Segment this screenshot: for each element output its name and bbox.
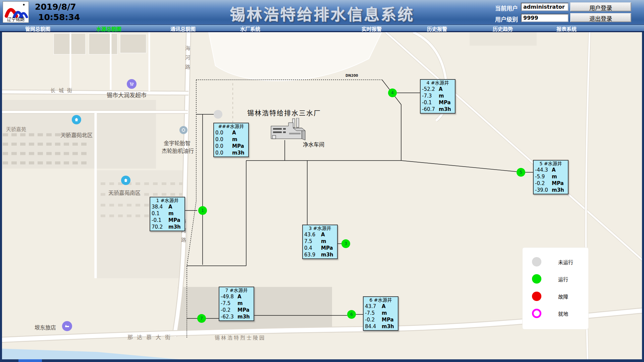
well-title: 7 #水源井 [221, 288, 252, 293]
status-legend: 未运行 运行 故障 就地 [522, 247, 589, 329]
well-level: 0.1 [152, 210, 168, 217]
well-box-5: 5 #水源井 -44.3A -5.9m -0.2MPa -39.0m3h [533, 160, 569, 194]
legend-fault-icon [532, 292, 541, 301]
well-pressure: -0.2 [365, 316, 382, 323]
well-title: 3 #水源井 [304, 226, 336, 231]
poi-tianjiao-label: 天骄嘉苑 [6, 125, 26, 132]
unit-meter: m [552, 173, 557, 180]
shopping-cart-icon [127, 79, 137, 89]
well-flow: 70.2 [152, 224, 168, 230]
well-status-circle-4[interactable]: 4 [388, 88, 397, 97]
tab-water-source-overview[interactable]: 水源总貌图 [96, 25, 121, 32]
unit-mpa: MPa [439, 99, 451, 106]
poi-tianjiao-north-label: 天骄嘉苑北区 [60, 131, 93, 139]
unit-mpa: MPa [232, 143, 244, 149]
unit-m3h: m3h [237, 313, 250, 320]
user-level-field[interactable] [521, 14, 569, 22]
tab-history-trend[interactable]: 历史趋势 [493, 25, 513, 32]
window-border-right [642, 32, 644, 362]
unit-ampere: A [382, 303, 386, 310]
poi-hotel-label: 垠东旅店 [35, 323, 56, 331]
well-title: 1 #水源井 [152, 198, 183, 203]
well-pressure: -0.2 [221, 307, 237, 313]
well-pressure: -0.1 [152, 217, 168, 224]
well-status-circle-3[interactable]: 3 [341, 239, 350, 248]
unit-meter: m [321, 238, 326, 245]
unit-m3h: m3h [321, 251, 333, 258]
unit-ampere: A [168, 203, 172, 210]
legend-running-icon [532, 274, 541, 284]
unit-mpa: MPa [168, 217, 180, 224]
tab-water-plant-system[interactable]: 水厂系统 [240, 25, 260, 32]
unit-mpa: MPa [237, 307, 250, 313]
legend-fault-label: 故障 [558, 293, 568, 300]
tab-history-alarm[interactable]: 历史报警 [427, 25, 447, 32]
pipe-diameter-label: DN200 [345, 74, 358, 77]
well-status-circle-7[interactable]: 7 [197, 314, 206, 323]
plant-title: 锡林浩特给排水三水厂 [247, 108, 321, 118]
window-border-bottom [0, 359, 644, 362]
legend-local-icon [532, 309, 541, 318]
unit-mpa: MPa [321, 245, 333, 251]
well-level: 0.0 [215, 136, 232, 143]
window-border-left [0, 32, 2, 362]
unit-meter: m [237, 300, 243, 307]
poi-cemetery-label: 锡林浩特烈士陵园 [215, 334, 266, 341]
well-number: 7 [200, 316, 203, 321]
current-user-field[interactable] [521, 3, 569, 11]
well-number: 1 [201, 208, 204, 213]
tab-report-system[interactable]: 报表系统 [556, 25, 577, 32]
well-pressure: 0.4 [304, 245, 321, 251]
unit-meter: m [439, 93, 444, 99]
well-box-7: 7 #水源井 -49.8A -7.5m -0.2MPa -62.3m3h [219, 287, 254, 321]
well-title: ###水源井 [215, 124, 247, 129]
well-status-circle-5[interactable]: 5 [517, 168, 525, 177]
well-level: -5.9 [535, 173, 552, 180]
poi-tire-shop-line1: 金宇轮胎智 [164, 139, 191, 147]
well-flow: -62.3 [221, 313, 237, 320]
unit-m3h: m3h [439, 106, 451, 113]
legend-running-label: 运行 [558, 276, 568, 283]
unit-ampere: A [439, 86, 443, 93]
unit-m3h: m3h [168, 224, 181, 230]
auto-service-icon [179, 126, 187, 134]
tab-pipe-network-overview[interactable]: 管网总貌图 [25, 25, 50, 32]
well-title: 5 #水源井 [535, 161, 567, 167]
well-title: 4 #水源井 [422, 80, 453, 86]
tab-communication-overview[interactable]: 通讯总貌图 [170, 25, 196, 32]
scrollbar-thumb[interactable] [18, 359, 42, 362]
well-current: -52.2 [422, 86, 439, 93]
well-current: 0.0 [215, 129, 232, 136]
well-level: -7.3 [422, 93, 439, 99]
well-pressure: -0.2 [535, 180, 552, 187]
well-number: 4 [391, 90, 394, 95]
well-level: 7.5 [304, 238, 321, 245]
well-status-circle-1[interactable]: 1 [198, 206, 207, 215]
header-bar: 辽宁铭朗 2019/8/7 10:58:34 锡林浩特给排水信息系统 当前用户 … [0, 0, 644, 24]
factory-icon [268, 118, 307, 142]
well-number: 6 [350, 312, 353, 317]
unit-mpa: MPa [382, 316, 394, 323]
poi-tianjiao-south-label: 天骄嘉苑南区 [108, 188, 141, 196]
login-button[interactable]: 用户登录 [570, 2, 631, 11]
unit-meter: m [382, 310, 387, 316]
tab-realtime-alarm[interactable]: 实时报警 [362, 25, 382, 32]
well-box-3: 3 #水源井 43.6A 7.5m 0.4MPa 63.9m3h [302, 225, 338, 259]
legend-idle-label: 未运行 [558, 258, 573, 265]
poi-supermarket-label: 锡市大润发超市 [107, 90, 147, 99]
well-box-unknown: ###水源井 0.0A 0.0m 0.0MPa 0.0m3h [213, 123, 249, 157]
street-label-nadamu: 那达慕大街 [127, 333, 174, 341]
well-current: 38.4 [152, 203, 168, 210]
well-level: -7.5 [365, 310, 382, 316]
street-label-haihe-top: 海河路 [184, 46, 191, 74]
well-status-circle-unknown[interactable] [214, 110, 222, 119]
well-flow: 84.4 [365, 323, 382, 330]
legend-local-label: 就地 [558, 310, 568, 317]
unit-ampere: A [321, 231, 325, 238]
unit-m3h: m3h [232, 149, 245, 156]
well-number: 5 [520, 170, 522, 175]
well-pressure: 0.0 [215, 143, 232, 149]
well-level: -7.5 [221, 300, 237, 307]
well-status-circle-6[interactable]: 6 [347, 310, 356, 319]
logout-button[interactable]: 退出登录 [570, 13, 631, 22]
